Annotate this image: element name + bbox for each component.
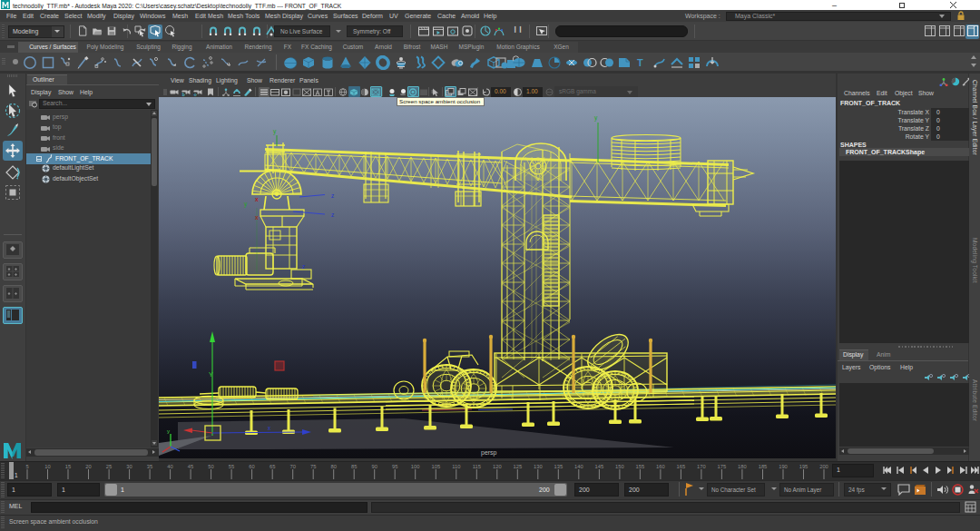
svg-text:25: 25 (106, 464, 112, 469)
svg-text:65: 65 (270, 464, 275, 469)
svg-text:140: 140 (574, 464, 583, 469)
svg-text:125: 125 (513, 464, 522, 469)
svg-text:55: 55 (229, 464, 234, 469)
svg-text:130: 130 (534, 464, 543, 469)
svg-text:60: 60 (249, 464, 254, 469)
svg-text:80: 80 (330, 464, 336, 469)
svg-text:10: 10 (44, 464, 50, 469)
svg-text:35: 35 (147, 464, 152, 469)
svg-text:150: 150 (615, 464, 624, 469)
svg-text:5: 5 (25, 464, 28, 469)
svg-text:z: z (331, 211, 334, 218)
svg-text:75: 75 (310, 464, 316, 469)
svg-text:115: 115 (473, 464, 481, 469)
svg-text:155: 155 (636, 464, 645, 469)
svg-text:145: 145 (595, 464, 604, 469)
svg-text:45: 45 (188, 464, 193, 469)
svg-text:95: 95 (392, 464, 397, 469)
svg-text:110: 110 (452, 464, 460, 469)
svg-text:Y: Y (209, 371, 213, 378)
svg-text:40: 40 (167, 464, 172, 469)
svg-text:190: 190 (779, 464, 788, 469)
svg-text:100: 100 (411, 464, 420, 469)
svg-text:165: 165 (677, 464, 686, 469)
svg-text:50: 50 (208, 464, 213, 469)
svg-text:y: y (167, 428, 170, 434)
svg-text:195: 195 (799, 464, 808, 469)
svg-text:T: T (637, 57, 643, 68)
svg-text:15: 15 (65, 464, 71, 469)
svg-text:85: 85 (351, 464, 357, 469)
svg-text:30: 30 (126, 464, 132, 469)
svg-text:70: 70 (289, 464, 295, 469)
svg-text:x: x (255, 196, 259, 202)
svg-text:170: 170 (697, 464, 706, 469)
svg-text:105: 105 (431, 464, 440, 469)
svg-text:120: 120 (493, 464, 502, 469)
svg-text:185: 185 (759, 464, 768, 469)
svg-text:z: z (302, 263, 305, 270)
svg-text:200: 200 (819, 464, 828, 469)
svg-text:z: z (331, 192, 334, 199)
svg-text:135: 135 (554, 464, 563, 469)
svg-text:90: 90 (371, 464, 377, 469)
svg-text:160: 160 (656, 464, 665, 469)
svg-text:180: 180 (738, 464, 747, 469)
svg-text:20: 20 (85, 464, 91, 469)
svg-text:175: 175 (718, 464, 727, 469)
svg-text:persp: persp (481, 449, 497, 457)
